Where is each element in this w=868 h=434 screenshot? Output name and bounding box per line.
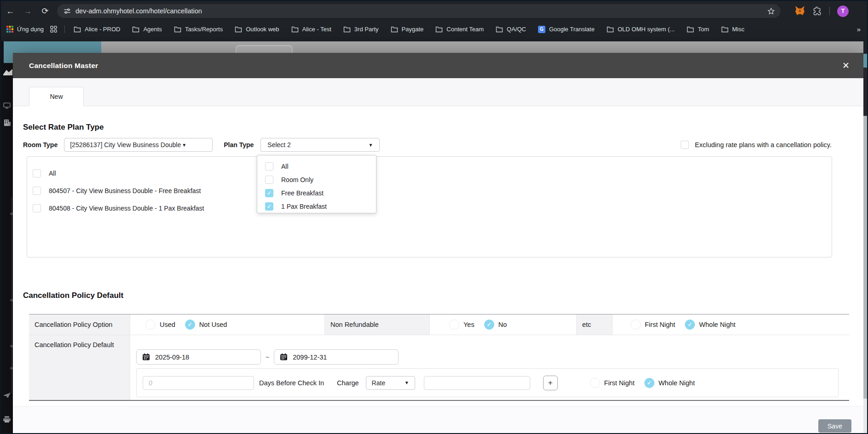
excluding-policy-option[interactable]: Excluding rate plans with a cancellation… (681, 141, 832, 149)
plan-type-select[interactable]: Select 2 ▼ (260, 138, 380, 152)
date-from-input[interactable]: 2025-09-18 (136, 349, 261, 365)
close-icon[interactable]: ✕ (842, 60, 850, 71)
radio-button[interactable] (644, 378, 654, 388)
bookmark-item[interactable]: OLD OMH system (... (601, 26, 681, 33)
page-right-sliver-dark (863, 68, 867, 116)
bookmark-item[interactable]: Alice - Test (285, 26, 337, 33)
monitor-icon[interactable] (3, 103, 11, 111)
checkbox[interactable] (33, 204, 41, 212)
bookmark-item[interactable]: Paygate (385, 26, 430, 33)
radio-button[interactable] (685, 320, 695, 330)
days-before-checkin-input[interactable] (143, 376, 254, 390)
charge-type-select[interactable]: Rate ▼ (366, 376, 415, 390)
rate-plan-list: All 804507 - City View Business Double -… (27, 156, 832, 257)
colored-apps-grid-icon (6, 26, 13, 33)
radio-option[interactable]: Yes (449, 320, 475, 330)
grid-apps-icon[interactable] (50, 26, 57, 33)
checkbox[interactable] (265, 176, 273, 184)
apps-shortcut[interactable]: Ứng dụng (6, 26, 44, 33)
radio-option[interactable]: First Night (590, 378, 635, 388)
bookmark-item[interactable]: G Google Translate (532, 26, 601, 33)
bookmark-label: Tasks/Reports (185, 26, 223, 33)
checkbox-label: 804507 - City View Business Double - Fre… (49, 187, 201, 194)
bookmark-item[interactable]: QA/QC (490, 26, 532, 33)
scrollbar-thumb[interactable] (863, 116, 867, 399)
bookmarks-overflow-chevron[interactable]: » (857, 25, 861, 33)
bookmark-label: Alice - PROD (85, 26, 120, 33)
radio-button[interactable] (484, 320, 494, 330)
extensions-puzzle-icon[interactable] (813, 6, 822, 16)
radio-option[interactable]: No (484, 320, 507, 330)
checkbox-option[interactable]: 804507 - City View Business Double - Fre… (27, 182, 832, 200)
bookmark-item[interactable]: 3rd Party (337, 26, 385, 33)
url-text[interactable]: dev-adm.ohmyhotel.com/hotel/cancellation (75, 7, 202, 15)
checkbox-option[interactable]: All (27, 165, 832, 182)
checkbox-option[interactable]: Free Breakfast (265, 186, 376, 200)
radio-option[interactable]: Whole Night (644, 378, 695, 388)
save-button[interactable]: Save (818, 419, 851, 433)
radio-button[interactable] (185, 320, 195, 330)
bookmarks-list: Alice - PROD Agents Tasks/Reports (68, 26, 750, 33)
checkbox-label: Room Only (281, 176, 313, 183)
send-plane-icon[interactable] (3, 392, 11, 400)
radio-button[interactable] (631, 320, 641, 330)
radio-option[interactable]: Whole Night (685, 320, 735, 330)
printer-icon[interactable] (3, 416, 11, 424)
excluding-policy-checkbox[interactable] (681, 141, 689, 149)
site-info-icon[interactable] (64, 7, 71, 15)
radio-button[interactable] (145, 320, 156, 330)
checkbox-option[interactable]: All (265, 160, 376, 173)
modal-title: Cancellation Master (29, 62, 98, 70)
radio-option[interactable]: First Night (631, 320, 675, 330)
address-bar[interactable]: dev-adm.ohmyhotel.com/hotel/cancellation (57, 4, 781, 18)
folder-icon (607, 26, 614, 33)
radio-button[interactable] (449, 320, 459, 330)
bookmark-item[interactable]: Content Team (429, 26, 490, 33)
charge-amount-input[interactable] (424, 376, 530, 390)
google-translate-icon: G (538, 26, 545, 33)
bookmarks-bar: Ứng dụng Alice - PROD (1, 21, 867, 37)
reload-icon[interactable]: ⟳ (37, 6, 53, 16)
bookmark-item[interactable]: Agents (126, 26, 168, 33)
calendar-icon (280, 353, 288, 361)
back-icon[interactable]: ← (2, 6, 18, 16)
charge-type-value: Rate (372, 379, 386, 387)
checkbox-option[interactable]: Room Only (265, 173, 376, 186)
bookmark-item[interactable]: Tasks/Reports (168, 26, 229, 33)
modal-tabstrip: New (13, 78, 863, 106)
folder-icon (74, 26, 81, 33)
bookmark-label: Content Team (446, 26, 484, 33)
room-type-label: Room Type (23, 141, 58, 148)
screenshot: ← → ⟳ dev-adm.ohmyhotel.com/hotel/cancel… (0, 0, 868, 434)
radio-label: Whole Night (659, 379, 695, 387)
page-top-strip (1, 37, 867, 41)
radio-button[interactable] (590, 378, 600, 388)
radio-option[interactable]: Used (145, 320, 175, 330)
radio-option[interactable]: Not Used (185, 320, 227, 330)
date-range-row: 2025-09-18 ~ (136, 349, 399, 365)
metamask-fox-icon[interactable] (794, 6, 805, 16)
forward-icon[interactable]: → (19, 6, 36, 16)
checkbox-option[interactable]: 1 Pax Breakfast (265, 200, 376, 213)
bookmark-item[interactable]: Outlook web (229, 26, 285, 33)
bookmark-star-icon[interactable] (767, 7, 775, 15)
bookmark-item[interactable]: Tom (681, 26, 715, 33)
chevron-down-icon: ▼ (182, 143, 186, 148)
checkbox[interactable] (265, 162, 273, 171)
checkbox[interactable] (265, 189, 273, 197)
date-to-input[interactable]: 2099-12-31 (274, 349, 399, 365)
room-type-select[interactable]: [25286137] City View Business Double ▼ (64, 138, 213, 152)
hotel-building-icon[interactable] (3, 119, 12, 128)
add-rule-button[interactable]: + (543, 376, 558, 390)
scrollbar-track[interactable] (863, 399, 867, 433)
checkbox[interactable] (33, 169, 41, 177)
checkbox[interactable] (33, 187, 41, 195)
checkbox-option[interactable]: 804508 - City View Business Double - 1 P… (27, 200, 832, 217)
checkbox[interactable] (265, 202, 273, 211)
tab-new[interactable]: New (29, 87, 84, 106)
plan-type-label: Plan Type (224, 141, 254, 148)
radio-label: First Night (604, 379, 635, 387)
bookmark-item[interactable]: Alice - PROD (68, 26, 126, 33)
profile-avatar[interactable]: T (837, 6, 849, 17)
bookmark-item[interactable]: Misc (715, 26, 751, 33)
